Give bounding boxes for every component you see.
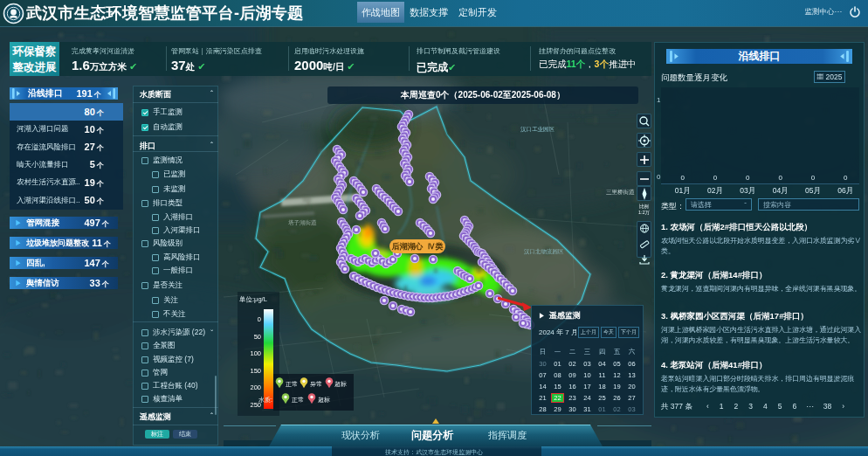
svg-text:异常: 异常 [310,381,322,388]
svg-text:超标: 超标 [318,397,330,404]
svg-text:水质:: 水质: [258,397,272,404]
svg-text:正常: 正常 [286,381,298,387]
svg-text:正常: 正常 [292,397,304,403]
svg-text:三里桥街道: 三里桥街道 [606,189,635,196]
svg-text:汉口北物流园区: 汉口北物流园区 [524,248,564,255]
svg-text:汉口工业园区: 汉口工业园区 [520,126,555,133]
svg-text:超标: 超标 [334,381,347,388]
svg-text:塔子湖街道: 塔子湖街道 [287,219,317,226]
